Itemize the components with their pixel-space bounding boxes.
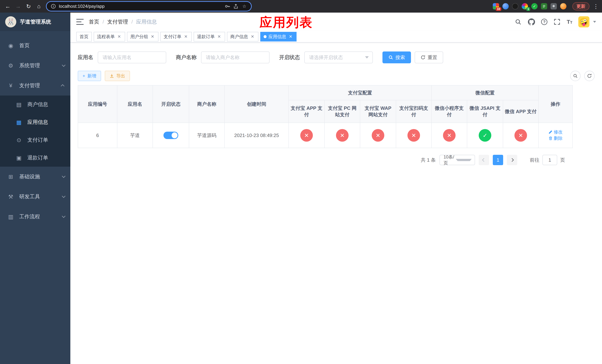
browser-menu-icon[interactable]: ⋮ [593,3,598,10]
tab-merchant-info[interactable]: 商户信息 ✕ [227,32,258,42]
prev-page-button[interactable] [479,155,489,165]
sidebar-item-payment[interactable]: ¥ 支付管理 [0,75,70,96]
apps-table: 应用编号 应用名 开启状态 商户名称 创建时间 支付宝配置 微信配置 操作 支付… [78,85,573,148]
extension-drop-icon[interactable] [502,3,509,10]
sidebar-item-merchant-info[interactable]: ▤ 商户信息 [0,96,70,113]
tab-close-icon[interactable]: ✕ [183,34,188,39]
extensions-puzzle-icon[interactable] [550,3,557,10]
status-toggle[interactable] [163,132,178,139]
browser-back-button[interactable]: ← [4,2,12,11]
sidebar-item-dev-tools[interactable]: ⚒ 研发工具 [0,187,70,207]
page-size-select[interactable]: 10条/页 [440,155,475,165]
status-badge: ✕ [300,129,313,142]
app-name-label: 应用名 [78,54,93,61]
app-logo-row[interactable]: 🐰 芋道管理系统 [0,13,70,31]
download-icon [110,74,114,78]
breadcrumb-home[interactable]: 首页 [89,18,99,25]
extension-dark-icon[interactable] [512,3,518,10]
extension-check-icon[interactable]: ✓ [531,3,538,10]
extension-rainbow-icon[interactable]: 1 [522,3,528,10]
site-info-icon[interactable] [50,3,56,9]
breadcrumb-payment[interactable]: 支付管理 [107,18,128,25]
goto-page: 前往 页 [530,155,565,165]
merchant-name-input[interactable] [201,52,269,63]
font-size-icon[interactable]: TT [567,19,572,25]
url-bar[interactable]: localhost:1024/pay/app ☆ [47,2,251,11]
tab-refund-order[interactable]: 退款订单 ✕ [194,32,225,42]
sidebar-item-label: 研发工具 [19,193,57,200]
refresh-table-button[interactable] [584,71,595,81]
toolbar-right [570,71,595,81]
header-search-icon[interactable] [515,18,522,26]
refresh-icon [587,74,592,78]
tab-close-icon[interactable]: ✕ [150,34,155,39]
tab-label: 首页 [80,34,88,40]
github-icon[interactable] [528,18,535,26]
sidebar-item-label: 系统管理 [19,62,57,69]
export-button[interactable]: 导出 [105,71,130,81]
sidebar-item-pay-order[interactable]: ⊙ 支付订单 [0,131,70,149]
page-content: 应用名 商户名称 开启状态 请选择开启状态 搜索 [70,43,602,364]
browser-home-button[interactable]: ⌂ [35,2,43,11]
sidebar-item-workflow[interactable]: ▥ 工作流程 [0,207,70,227]
tab-process-form[interactable]: 流程表单 ✕ [94,32,125,42]
cell-alipay-wap: ✕ [360,123,396,148]
browser-update-button[interactable]: 更新 [572,2,589,10]
column-header-wx-jsapi: 微信 JSAPI 支付 [467,100,503,123]
tab-close-icon[interactable]: ✕ [117,34,122,39]
cell-merchant: 芋道源码 [189,123,225,148]
tab-close-icon[interactable]: ✕ [216,34,222,39]
tab-pay-order[interactable]: 支付订单 ✕ [160,32,192,42]
page-size-value: 10条/页 [443,154,456,166]
infrastructure-icon: ⊞ [7,173,14,180]
cell-alipay-pc: ✕ [324,123,360,148]
status-select[interactable]: 请选择开启状态 [304,52,373,63]
help-icon[interactable]: ? [541,19,547,25]
active-tab-dot [264,35,267,38]
bookmark-star-icon[interactable]: ☆ [241,3,247,9]
reset-button[interactable]: 重置 [415,52,443,63]
user-avatar[interactable]: 🤪 [578,16,589,27]
edit-link[interactable]: 修改 [548,129,563,135]
sidebar-item-home[interactable]: ◉ 首页 [0,36,70,55]
extension-book-icon[interactable] [541,3,547,10]
extension-tray: 10 1 ✓ [493,3,567,10]
extension-grid-icon[interactable]: 10 [493,3,499,10]
sidebar-item-label: 应用信息 [27,119,64,126]
search-button[interactable]: 搜索 [382,52,411,63]
share-icon[interactable] [233,3,239,9]
sidebar-item-label: 首页 [19,42,64,49]
payment-submenu: ▤ 商户信息 ▦ 应用信息 ⊙ 支付订单 ▣ 退款订单 [0,96,70,167]
fullscreen-icon[interactable] [553,18,561,26]
browser-forward-button[interactable]: → [14,2,22,11]
add-button[interactable]: + 新增 [78,71,101,81]
tab-app-info[interactable]: 应用信息 ✕ [260,32,297,42]
sidebar-item-refund-order[interactable]: ▣ 退款订单 [0,149,70,167]
hamburger-icon[interactable] [76,19,84,25]
sidebar-item-app-info[interactable]: ▦ 应用信息 [0,113,70,131]
tab-close-icon[interactable]: ✕ [250,34,255,39]
url-text[interactable]: localhost:1024/pay/app [59,4,105,9]
navbar-actions: ? TT 🤪 [515,16,596,27]
profile-avatar-icon[interactable] [560,3,567,10]
sidebar-item-system[interactable]: ⚙ 系统管理 [0,55,70,75]
tab-close-icon[interactable]: ✕ [288,34,293,39]
tab-home[interactable]: 首页 [76,32,92,42]
tab-user-group[interactable]: 用户分组 ✕ [127,32,159,42]
goto-page-input[interactable] [542,155,557,165]
chevron-down-icon [365,56,369,58]
avatar-caret-icon[interactable] [593,21,596,23]
app-name-input[interactable] [98,52,166,63]
browser-reload-button[interactable]: ↻ [24,2,32,11]
password-key-icon[interactable] [224,3,230,9]
page-number-button[interactable]: 1 [493,155,503,165]
column-header-status: 开启状态 [153,85,189,123]
sidebar-item-infrastructure[interactable]: ⊞ 基础设施 [0,167,70,187]
toggle-search-button[interactable] [570,71,580,81]
tab-label: 应用信息 [269,34,286,40]
breadcrumb-separator [131,19,133,25]
sidebar-item-label: 退款订单 [27,154,64,161]
status-badge: ✕ [443,129,456,142]
delete-link[interactable]: 删除 [548,135,563,141]
next-page-button[interactable] [507,155,517,165]
